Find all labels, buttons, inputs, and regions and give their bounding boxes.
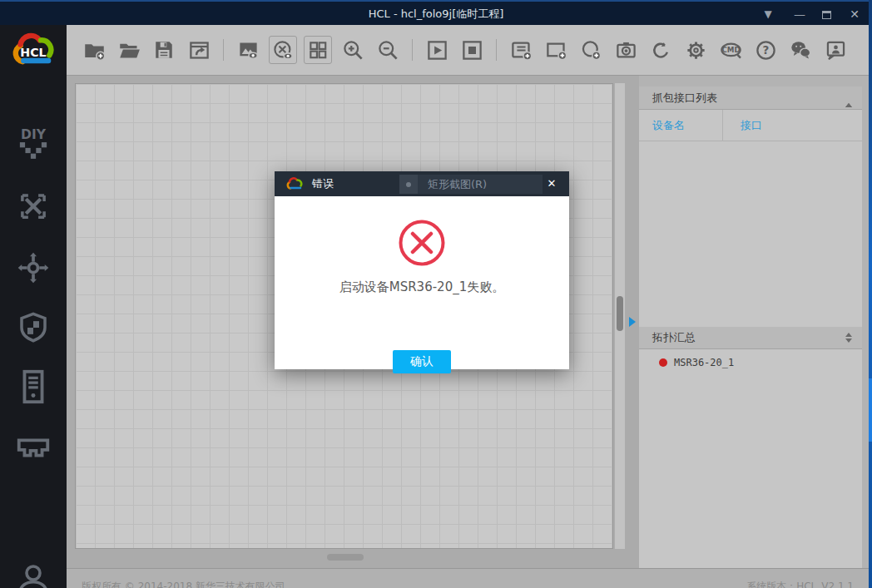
- add-note-button[interactable]: [507, 36, 535, 64]
- status-bar: 版权所有 © 2014-2018 新华三技术有限公司 系统版本：HCL_V2.1…: [67, 568, 872, 588]
- collapse-up-icon[interactable]: [845, 87, 852, 109]
- canvas-vertical-scrollbar[interactable]: [615, 83, 625, 549]
- device-sidebar: HCL DIY: [0, 25, 67, 588]
- screenshot-button[interactable]: [612, 36, 640, 64]
- capture-list-column-header: 设备名 接口: [639, 110, 862, 141]
- capture-list-body[interactable]: [639, 141, 862, 327]
- close-button[interactable]: ✕: [844, 2, 865, 27]
- right-panel: 抓包接口列表 设备名 接口 拓扑汇总 MSR36-20_1: [639, 76, 862, 568]
- window-frame-border: [869, 0, 872, 588]
- reset-button[interactable]: [647, 36, 675, 64]
- help-icon-glyph: ?: [762, 43, 769, 57]
- settings-button[interactable]: [681, 36, 710, 64]
- titlebar-menu-button[interactable]: ▼: [757, 2, 779, 27]
- save-project-button[interactable]: [150, 36, 178, 64]
- dialog-logo-icon: [285, 177, 305, 190]
- toolbar-separator: [496, 39, 497, 61]
- sidebar-item-switch-port[interactable]: [0, 429, 67, 467]
- minimize-button[interactable]: —: [789, 2, 810, 27]
- wechat-button[interactable]: [786, 36, 815, 64]
- vertical-scrollbar-thumb[interactable]: [617, 296, 623, 331]
- column-divider: [722, 110, 723, 141]
- device-label: MSR36-20_1: [674, 357, 734, 368]
- new-project-button[interactable]: [80, 36, 108, 64]
- sidebar-item-server[interactable]: [0, 368, 67, 406]
- version-text: 系统版本：HCL_V2.1.1: [746, 580, 854, 588]
- zoom-out-button[interactable]: [374, 36, 402, 64]
- dialog-close-button[interactable]: ✕: [543, 171, 561, 196]
- start-all-devices-button[interactable]: [423, 36, 451, 64]
- open-project-button[interactable]: [115, 36, 143, 64]
- error-message: 启动设备MSR36-20_1失败。: [275, 279, 569, 295]
- device-status-dot: [659, 358, 667, 367]
- capture-list-header[interactable]: 抓包接口列表: [639, 86, 862, 110]
- capture-list-title: 抓包接口列表: [652, 91, 845, 106]
- maximize-icon: [822, 11, 831, 19]
- confirm-button[interactable]: 确认: [393, 350, 451, 373]
- screenshot-menu-fragment[interactable]: 矩形截图(R): [399, 175, 543, 194]
- collapse-updown-icon[interactable]: [845, 333, 852, 343]
- sidebar-item-firewall[interactable]: [0, 310, 67, 345]
- export-project-button[interactable]: [185, 36, 213, 64]
- horizontal-scrollbar-thumb[interactable]: [327, 554, 364, 561]
- cmd-icon-label: CMD: [721, 46, 740, 54]
- menu-bullet-icon: [399, 175, 418, 194]
- stop-all-devices-button[interactable]: [458, 36, 486, 64]
- error-dialog: 错误 矩形截图(R) ✕ 启动设备MSR36-20_1失败。 确认: [275, 171, 569, 369]
- hcl-logo-label: HCL: [20, 46, 46, 59]
- toolbar-separator: [412, 39, 413, 61]
- topology-device-item[interactable]: MSR36-20_1: [659, 357, 734, 368]
- topology-summary-body[interactable]: MSR36-20_1: [639, 349, 862, 568]
- grid-layout-button[interactable]: [304, 36, 332, 64]
- zoom-in-button[interactable]: [339, 36, 367, 64]
- toggle-background-image-button[interactable]: [234, 36, 262, 64]
- column-interface[interactable]: 接口: [741, 110, 762, 141]
- help-button[interactable]: ?: [751, 36, 780, 64]
- feedback-button[interactable]: [821, 36, 850, 64]
- cli-console-button[interactable]: CMD: [716, 36, 745, 64]
- toolbar-separator: [223, 39, 224, 61]
- add-ellipse-button[interactable]: [577, 36, 605, 64]
- dialog-title: 错误: [312, 176, 334, 191]
- error-icon: [398, 219, 446, 267]
- menu-item-rect-screenshot[interactable]: 矩形截图(R): [418, 177, 487, 192]
- maximize-button[interactable]: [815, 2, 837, 27]
- window-titlebar: HCL - hcl_folo9j[临时工程] ▼ — ✕: [0, 0, 872, 25]
- panel-collapse-arrow[interactable]: [629, 317, 636, 327]
- diy-icon-label: DIY: [21, 127, 47, 142]
- toggle-topology-view-button[interactable]: [269, 36, 297, 64]
- topology-summary-title: 拓扑汇总: [652, 330, 845, 345]
- sidebar-item-router[interactable]: [0, 250, 67, 286]
- dialog-body: 启动设备MSR36-20_1失败。 确认: [275, 219, 569, 392]
- sidebar-item-diy[interactable]: DIY: [0, 125, 67, 161]
- topology-summary-header[interactable]: 拓扑汇总: [639, 327, 862, 349]
- window-scrollbar-segment[interactable]: [869, 378, 872, 442]
- copyright-text: 版权所有 © 2014-2018 新华三技术有限公司: [82, 580, 285, 588]
- dialog-titlebar[interactable]: 错误 矩形截图(R) ✕: [275, 171, 569, 196]
- column-device-name[interactable]: 设备名: [652, 110, 685, 141]
- main-toolbar: CMD ?: [67, 25, 872, 76]
- add-rectangle-button[interactable]: [542, 36, 570, 64]
- hcl-logo: HCL: [0, 32, 67, 68]
- window-title: HCL - hcl_folo9j[临时工程]: [0, 2, 872, 27]
- sidebar-item-distributed[interactable]: [0, 189, 67, 224]
- sidebar-item-user[interactable]: [0, 560, 67, 588]
